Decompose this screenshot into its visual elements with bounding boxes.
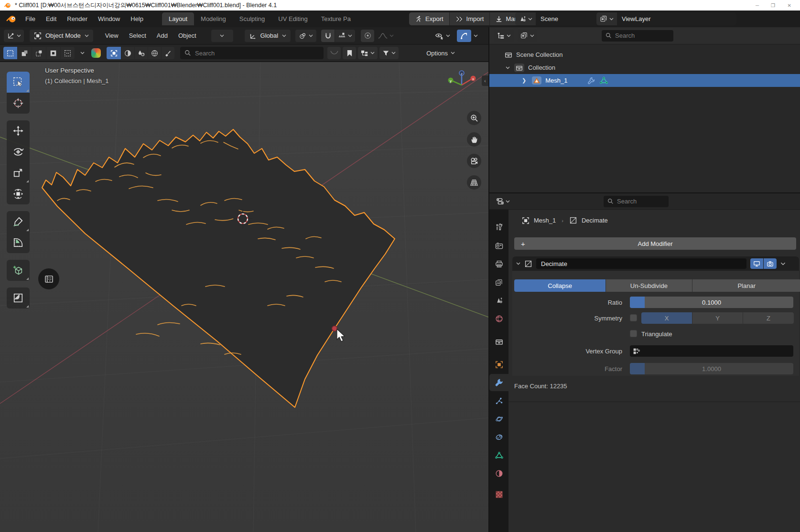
- select-mode-subtract[interactable]: [32, 47, 46, 59]
- tool-select-box[interactable]: [7, 72, 30, 93]
- annotation-button[interactable]: [343, 47, 356, 59]
- tab-render[interactable]: [489, 237, 508, 255]
- tool-transform[interactable]: [7, 183, 30, 204]
- transform-orientation-dropdown[interactable]: Global: [245, 30, 291, 42]
- outliner-search[interactable]: Search: [602, 30, 673, 42]
- tool-scale[interactable]: [7, 162, 30, 183]
- axis-x-button[interactable]: X: [641, 312, 692, 324]
- maximize-button[interactable]: ❐: [771, 3, 775, 8]
- tab-particles[interactable]: [489, 392, 508, 409]
- workspace-tab-layout[interactable]: Layout: [162, 12, 194, 25]
- modifier-render-toggle[interactable]: [764, 258, 777, 269]
- ortho-toggle-button[interactable]: [467, 175, 481, 190]
- pivot-point-dropdown[interactable]: [295, 30, 316, 42]
- menu-view[interactable]: View: [100, 30, 124, 42]
- shading-solid[interactable]: [121, 47, 134, 59]
- menu-window[interactable]: Window: [93, 13, 125, 25]
- falloff-dropdown[interactable]: [375, 30, 397, 42]
- modifier-extras-chevron-icon[interactable]: [780, 262, 786, 266]
- tab-output[interactable]: [489, 255, 508, 273]
- proportional-edit-toggle[interactable]: [361, 30, 374, 42]
- menu-help[interactable]: Help: [125, 13, 149, 25]
- tool-move[interactable]: [7, 120, 30, 141]
- tool-measure[interactable]: [7, 232, 30, 253]
- workspace-tab-uv-editing[interactable]: UV Editing: [271, 12, 314, 25]
- tab-constraints[interactable]: [489, 428, 508, 446]
- select-mode-invert[interactable]: [46, 47, 60, 59]
- chevron-down-icon[interactable]: [506, 66, 510, 69]
- modifier-panel-header[interactable]: Decimate: [512, 256, 799, 271]
- zoom-button[interactable]: [467, 111, 481, 125]
- outliner-editor-type-button[interactable]: [494, 30, 514, 42]
- shading-paint[interactable]: [162, 47, 174, 59]
- workspace-tab-modeling[interactable]: Modeling: [194, 12, 233, 25]
- tab-modifiers[interactable]: [489, 374, 508, 391]
- tab-object[interactable]: [489, 356, 508, 373]
- scene-browse-button[interactable]: [515, 12, 536, 25]
- outliner-display-mode-button[interactable]: [518, 30, 537, 42]
- tree-row-scene-collection[interactable]: Scene Collection: [489, 48, 800, 61]
- select-mode-extend[interactable]: [18, 47, 32, 59]
- tool-cursor[interactable]: [7, 93, 30, 114]
- menu-select[interactable]: Select: [124, 30, 151, 42]
- menu-edit[interactable]: Edit: [41, 13, 62, 25]
- hierarchy-dropdown[interactable]: [358, 47, 378, 59]
- symmetry-checkbox[interactable]: [630, 314, 637, 321]
- chevron-down-icon[interactable]: [474, 34, 478, 37]
- workspace-tab-sculpting[interactable]: Sculpting: [233, 12, 271, 25]
- breadcrumb-object[interactable]: Mesh_1: [534, 217, 556, 224]
- navigation-gizmo[interactable]: z x y: [443, 67, 480, 97]
- view-layer-name-field[interactable]: ViewLayer: [617, 12, 736, 25]
- modifier-realtime-toggle[interactable]: [750, 258, 763, 269]
- factor-slider[interactable]: 1.0000: [630, 363, 793, 374]
- view-layer-browse-button[interactable]: [596, 12, 617, 25]
- shading-material[interactable]: [135, 47, 148, 59]
- viewport-3d[interactable]: User Perspective (1) Collection | Mesh_1…: [0, 62, 488, 532]
- tab-tool[interactable]: [489, 218, 508, 235]
- chevron-down-icon[interactable]: [80, 52, 85, 54]
- export-button[interactable]: Export: [409, 12, 449, 25]
- tab-object-data[interactable]: [489, 447, 508, 464]
- material-preview-icon[interactable]: [91, 48, 101, 58]
- import-button[interactable]: Import: [449, 12, 490, 25]
- sidebar-collapse-handle[interactable]: ‹: [482, 75, 488, 86]
- mode-collapse[interactable]: Collapse: [514, 279, 605, 292]
- select-mode-new[interactable]: [3, 47, 17, 59]
- breadcrumb-modifier[interactable]: Decimate: [582, 217, 608, 224]
- tool-annotate[interactable]: [7, 211, 30, 232]
- menu-object[interactable]: Object: [173, 30, 202, 42]
- overlays-toggle[interactable]: [432, 30, 453, 42]
- chevron-down-icon[interactable]: [516, 262, 520, 265]
- blender-menu-icon[interactable]: [6, 15, 16, 23]
- collapsed-operator-panel-button[interactable]: [38, 268, 59, 289]
- editor-type-button[interactable]: [4, 30, 24, 42]
- mode-unsubdivide[interactable]: Un-Subdivide: [606, 279, 692, 292]
- add-modifier-button[interactable]: + Add Modifier: [514, 237, 796, 250]
- pan-button[interactable]: [467, 132, 481, 147]
- tab-view-layer[interactable]: [489, 274, 508, 291]
- snap-toggle[interactable]: [321, 30, 335, 42]
- axis-y-button[interactable]: Y: [692, 312, 743, 324]
- options-dropdown[interactable]: Options: [426, 50, 455, 57]
- chevron-right-icon[interactable]: ❯: [522, 77, 526, 84]
- workspace-tab-texture-paint[interactable]: Texture Pa: [314, 12, 356, 25]
- camera-view-button[interactable]: [467, 154, 481, 168]
- triangulate-checkbox[interactable]: [630, 330, 637, 337]
- tab-texture[interactable]: [489, 486, 508, 503]
- tree-row-collection[interactable]: Collection: [489, 61, 800, 74]
- ratio-slider[interactable]: 0.1000: [630, 297, 793, 308]
- tab-world[interactable]: [489, 310, 508, 327]
- modifier-name-field[interactable]: Decimate: [536, 258, 746, 269]
- snap-settings-dropdown[interactable]: [335, 30, 355, 42]
- scene-name-field[interactable]: Scene: [536, 12, 606, 25]
- properties-editor-type-button[interactable]: [493, 195, 513, 208]
- shading-rendered[interactable]: [148, 47, 161, 59]
- menu-render[interactable]: Render: [62, 13, 93, 25]
- axis-z-button[interactable]: Z: [743, 312, 794, 324]
- gizmos-toggle[interactable]: [457, 30, 471, 42]
- menu-add[interactable]: Add: [151, 30, 173, 42]
- mode-dropdown[interactable]: Object Mode: [30, 30, 93, 42]
- tab-scene[interactable]: [489, 292, 508, 309]
- tab-material[interactable]: [489, 465, 508, 482]
- properties-search[interactable]: Search: [604, 196, 669, 207]
